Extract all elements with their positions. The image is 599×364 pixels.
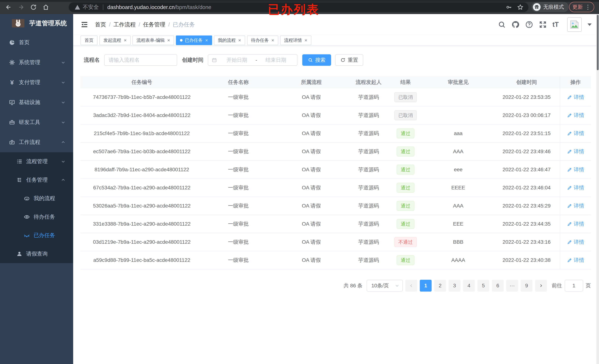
fullscreen-icon[interactable] [539,20,547,29]
refresh-icon [340,57,345,63]
pager-prev-button[interactable] [405,280,417,292]
update-button[interactable]: 更新 ⋮ [569,2,594,12]
search-icon[interactable] [498,20,506,29]
result-badge: 不通过 [394,237,417,247]
chevron-down-icon [61,120,66,125]
key-icon[interactable] [505,4,512,10]
pager-page-5[interactable]: 5 [477,280,489,292]
column-header: 任务名称 [203,76,273,88]
pager-page-3[interactable]: 3 [449,280,460,292]
sidebar-item-dev-tools[interactable]: 研发工具 [0,112,73,132]
detail-link[interactable]: 详情 [567,94,584,101]
pager-page-4[interactable]: 4 [463,280,475,292]
cell-task-id: 3adac3d2-7b9d-11ec-8404-acde48001122 [80,107,203,124]
breadcrumb-item[interactable]: 首页 [95,21,106,28]
browser-forward-button[interactable] [18,4,24,10]
reset-button[interactable]: 重置 [335,54,363,66]
close-icon[interactable]: × [305,38,307,43]
detail-link[interactable]: 详情 [567,184,584,191]
gear-icon [9,59,15,66]
tab-my-process[interactable]: 我的流程× [214,36,245,45]
sidebar-item-done-tasks[interactable]: 已办任务 [0,226,73,245]
tab-todo-tasks[interactable]: 待办任务× [247,36,278,45]
tab-process-form-edit[interactable]: 流程表单-编辑× [132,36,174,45]
table-row: a59c9d88-7b99-11ec-ba5c-acde48001122一级审批… [80,251,591,269]
close-icon[interactable]: × [238,38,241,43]
result-badge: 已取消 [394,110,417,120]
incognito-icon [533,3,541,11]
sidebar-item-workflow[interactable]: 工作流程 [0,132,73,152]
sidebar-item-system-management[interactable]: 系统管理 [0,53,73,72]
breadcrumb-separator: / [168,21,170,28]
fontsize-icon[interactable]: tT [552,20,561,29]
detail-link[interactable]: 详情 [567,130,584,137]
tab-home[interactable]: 首页 [80,36,97,45]
dashboard-icon [9,39,15,46]
process-name-label: 流程名 [84,56,100,64]
cell-comment: eee [423,161,493,178]
detail-link[interactable]: 详情 [567,221,584,227]
pager-next-button[interactable] [535,280,547,292]
user-icon [16,251,23,257]
breadcrumb-item[interactable]: 任务管理 [143,21,165,28]
close-icon[interactable]: × [205,38,208,43]
user-avatar[interactable] [567,17,582,32]
sidebar-item-payment-management[interactable]: ¥支付管理 [0,72,73,92]
annotation-done-list: 已办列表 [268,1,320,18]
cell-task-id: 215cf4e5-7b9b-11ec-9a1b-acde48001122 [80,124,203,142]
sidebar-item-task-management[interactable]: 任务管理 [0,171,73,189]
close-icon[interactable]: × [271,38,274,43]
tab-start-process[interactable]: 发起流程× [99,36,131,45]
browser-menu-icon[interactable]: ⋮ [585,3,591,10]
scrollbar-thumb[interactable] [597,15,599,70]
close-icon[interactable]: × [167,38,170,43]
detail-link[interactable]: 详情 [567,166,584,173]
close-icon[interactable]: × [124,38,127,43]
tab-label: 待办任务 [251,37,269,43]
tab-process-detail[interactable]: 流程详情× [280,36,311,45]
sidebar-item-label: 待办任务 [34,213,73,221]
sidebar-collapse-icon[interactable] [80,21,88,28]
detail-label: 详情 [574,130,584,137]
pager-ellipsis[interactable]: ··· [506,280,518,292]
help-icon[interactable] [525,20,533,29]
cell-comment: EEE [423,215,493,233]
cell-process: OA 请假 [273,88,349,106]
detail-link[interactable]: 详情 [567,239,584,246]
breadcrumb-item[interactable]: 工作流程 [114,21,136,28]
pager-page-1[interactable]: 1 [420,280,432,292]
browser-scrollbar[interactable] [596,14,599,364]
pager-page-2[interactable]: 2 [434,280,446,292]
sidebar-item-home[interactable]: 首页 [0,33,73,53]
search-button[interactable]: 搜索 [302,54,331,66]
incognito-badge: 无痕模式 [531,2,569,12]
detail-link[interactable]: 详情 [567,257,584,264]
sidebar-item-process-management[interactable]: 流程管理 [0,152,73,171]
sidebar-item-my-process[interactable]: 我的流程 [0,189,73,208]
github-icon[interactable] [511,20,520,29]
tab-done-tasks[interactable]: 已办任务× [176,36,212,45]
pager-page-9[interactable]: 9 [521,280,532,292]
browser-home-button[interactable] [43,4,49,10]
browser-back-button[interactable] [5,4,12,10]
pagination: 共 86 条 10条/页 123456···9 前往 页 [80,280,591,292]
date-range-picker[interactable]: 开始日期 - 结束日期 [208,54,298,66]
detail-link[interactable]: 详情 [567,148,584,155]
sidebar-item-todo-tasks[interactable]: 待办任务 [0,208,73,226]
caret-down-icon[interactable] [588,24,592,26]
goto-suffix: 页 [586,282,591,289]
bookmark-star-icon[interactable] [517,4,524,10]
detail-link[interactable]: 详情 [567,202,584,209]
result-badge: 通过 [397,128,414,138]
cell-result: 通过 [388,124,423,142]
browser-reload-button[interactable] [30,4,37,10]
page-size-select[interactable]: 10条/页 [367,280,403,292]
table-row: 331e3388-7b9a-11ec-a290-acde48001122一级审批… [80,215,591,233]
goto-page-input[interactable] [565,280,583,292]
process-name-input[interactable] [104,54,177,66]
sidebar-item-infrastructure[interactable]: 基础设施 [0,92,73,112]
pager-page-6[interactable]: 6 [492,280,504,292]
result-badge: 通过 [397,201,414,211]
detail-link[interactable]: 详情 [567,112,584,119]
sidebar-item-leave-query[interactable]: 请假查询 [0,245,73,263]
